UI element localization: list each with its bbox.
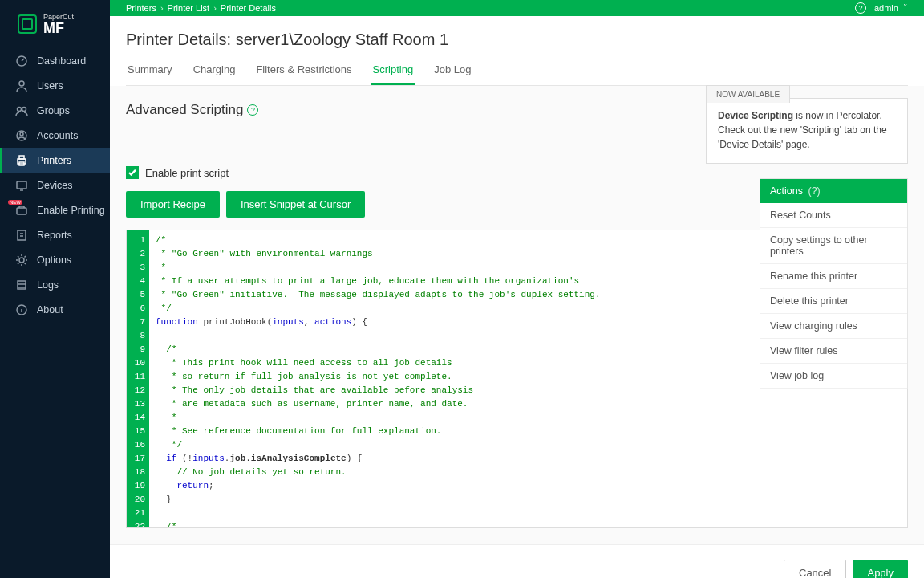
devices-icon — [14, 178, 29, 193]
sidebar-item-devices[interactable]: Devices — [0, 173, 110, 197]
sidebar-item-about[interactable]: About — [0, 297, 110, 322]
breadcrumb-bar: Printers › Printer List › Printer Detail… — [110, 0, 924, 16]
action-copy-settings-to-other-printers[interactable]: Copy settings to other printers — [760, 228, 907, 264]
logs-icon — [14, 278, 29, 292]
user-menu[interactable]: admin ˅ — [874, 3, 908, 14]
sidebar-item-groups[interactable]: Groups — [0, 98, 110, 123]
sidebar-item-accounts[interactable]: Accounts — [0, 123, 110, 148]
sidebar-item-label: Groups — [37, 105, 70, 116]
crumb-printer-list[interactable]: Printer List — [168, 3, 210, 13]
sidebar-item-logs[interactable]: Logs — [0, 272, 110, 297]
enable-script-checkbox[interactable] — [126, 166, 139, 179]
tab-charging[interactable]: Charging — [192, 63, 237, 85]
action-delete-this-printer[interactable]: Delete this printer — [760, 289, 907, 314]
crumb-printers[interactable]: Printers — [126, 3, 156, 13]
options-icon — [14, 253, 29, 267]
tabs: SummaryChargingFilters & RestrictionsScr… — [126, 63, 908, 86]
sidebar-item-label: Accounts — [37, 130, 78, 141]
page-title: Printer Details: server1\Zoology Staff R… — [126, 31, 908, 49]
chevron-right-icon: › — [213, 3, 217, 13]
logo: PaperCut MF — [0, 0, 110, 48]
reports-icon — [14, 228, 29, 242]
sidebar-item-label: Logs — [37, 279, 59, 291]
sidebar-item-dashboard[interactable]: Dashboard — [0, 48, 110, 73]
users-icon — [14, 79, 29, 93]
action-reset-counts[interactable]: Reset Counts — [760, 203, 907, 228]
svg-point-2 — [18, 107, 22, 111]
dashboard-icon — [14, 54, 29, 68]
sidebar-item-options[interactable]: Options — [0, 247, 110, 272]
sidebar-item-enableprinting[interactable]: NEWEnable Printing — [0, 197, 110, 222]
action-view-filter-rules[interactable]: View filter rules — [760, 339, 907, 364]
crumb-printer-details: Printer Details — [221, 3, 276, 13]
sidebar-item-label: Devices — [37, 180, 72, 191]
svg-rect-9 — [17, 181, 26, 189]
chevron-right-icon: › — [160, 3, 164, 13]
sidebar-item-users[interactable]: Users — [0, 73, 110, 98]
sidebar-item-label: Users — [37, 80, 63, 92]
action-view-charging-rules[interactable]: View charging rules — [760, 314, 907, 339]
actions-panel: Actions (?) Reset CountsCopy settings to… — [760, 178, 908, 389]
sidebar-item-label: Options — [37, 254, 71, 266]
svg-point-3 — [22, 107, 26, 111]
accounts-icon — [14, 128, 29, 143]
help-icon[interactable]: ? — [855, 2, 866, 14]
sidebar-item-label: Reports — [37, 230, 72, 241]
svg-rect-11 — [18, 230, 26, 240]
footer-buttons: Cancel Apply — [110, 544, 924, 578]
enable-script-label: Enable print script — [145, 167, 229, 179]
action-rename-this-printer[interactable]: Rename this printer — [760, 264, 907, 289]
svg-point-5 — [20, 132, 23, 136]
insert-snippet-button[interactable]: Insert Snippet at Cursor — [226, 191, 365, 218]
cancel-button[interactable]: Cancel — [784, 560, 846, 578]
sidebar-item-printers[interactable]: Printers — [0, 148, 110, 173]
actions-header: Actions (?) — [760, 179, 907, 203]
printers-icon — [14, 153, 29, 168]
sidebar-item-label: Printers — [37, 155, 71, 166]
sidebar-item-label: Dashboard — [37, 55, 86, 67]
sidebar-item-label: About — [37, 304, 63, 315]
notice-tag: NOW AVAILABLE — [706, 85, 790, 103]
tab-scripting[interactable]: Scripting — [371, 63, 415, 85]
enableprinting-icon — [14, 203, 29, 218]
code-area[interactable]: /* * "Go Green" with environmental warni… — [149, 230, 834, 527]
main-content: Printer Details: server1\Zoology Staff R… — [110, 16, 924, 578]
sidebar: PaperCut MF DashboardUsersGroupsAccounts… — [0, 0, 110, 578]
sidebar-item-reports[interactable]: Reports — [0, 222, 110, 247]
tab-job-log[interactable]: Job Log — [432, 63, 472, 85]
brand-prod: MF — [43, 21, 74, 35]
logo-icon — [18, 14, 37, 34]
tab-summary[interactable]: Summary — [126, 63, 174, 85]
tab-filters-restrictions[interactable]: Filters & Restrictions — [254, 63, 353, 85]
action-view-job-log[interactable]: View job log — [760, 364, 907, 389]
apply-button[interactable]: Apply — [853, 560, 908, 578]
line-gutter: 1234567891011121314151617181920212223242… — [127, 230, 149, 527]
sidebar-item-label: Enable Printing — [37, 205, 105, 216]
help-icon[interactable]: ? — [247, 104, 258, 116]
groups-icon — [14, 104, 29, 118]
svg-point-1 — [19, 81, 24, 86]
svg-point-12 — [19, 258, 24, 263]
svg-rect-7 — [19, 156, 24, 159]
svg-rect-10 — [17, 208, 26, 214]
import-recipe-button[interactable]: Import Recipe — [126, 191, 220, 218]
notice-box: NOW AVAILABLE Device Scripting is now in… — [706, 98, 908, 164]
about-icon — [14, 303, 29, 317]
